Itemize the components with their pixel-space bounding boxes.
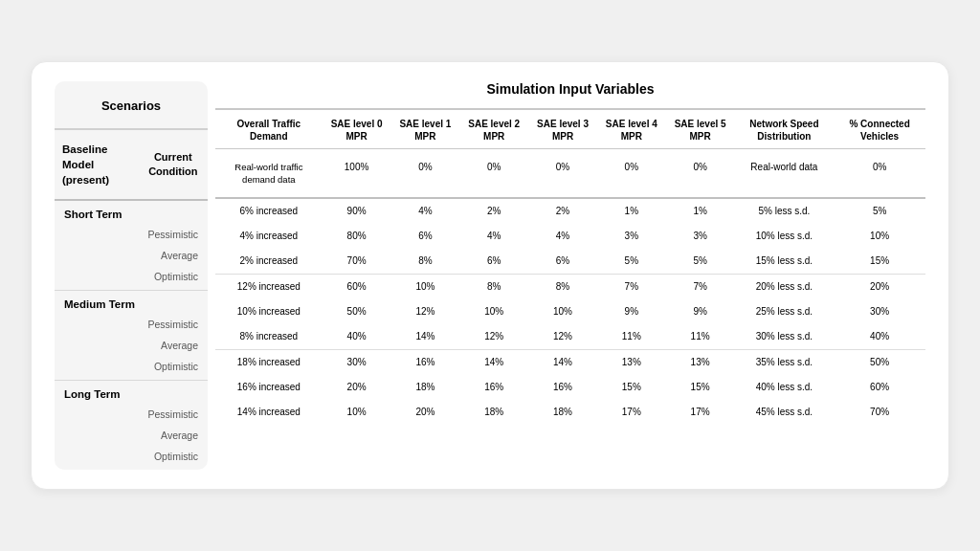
short-term-cell-2-5: 5% bbox=[597, 253, 666, 270]
medium-term-cell-2-7: 30% less s.d. bbox=[735, 328, 835, 345]
medium-term-pessimistic: Pessimistic bbox=[55, 314, 208, 335]
short-term-cell-0-4: 2% bbox=[528, 203, 597, 220]
short-term-cell-2-2: 8% bbox=[391, 253, 460, 270]
short-term-cell-1-4: 4% bbox=[528, 228, 597, 245]
short-term-row-2: 2% increased70%8%6%6%5%5%15% less s.d.15… bbox=[215, 249, 925, 274]
medium-term-cell-1-5: 9% bbox=[597, 303, 666, 320]
short-term-cell-0-3: 2% bbox=[459, 203, 528, 220]
long-term-cell-1-8: 60% bbox=[834, 379, 925, 396]
short-term-cell-2-0: 2% increased bbox=[215, 253, 323, 270]
long-term-cell-0-4: 14% bbox=[528, 354, 597, 371]
short-term-label: Short Term bbox=[55, 201, 208, 224]
long-term-cell-2-8: 70% bbox=[834, 404, 925, 421]
long-term-average: Average bbox=[55, 425, 208, 446]
long-term-cell-2-5: 17% bbox=[597, 404, 666, 421]
medium-term-group: Medium Term Pessimistic Average Optimist… bbox=[55, 291, 208, 381]
long-term-cell-1-3: 16% bbox=[459, 379, 528, 396]
col-header-4: SAE level 3 MPR bbox=[528, 118, 597, 143]
medium-term-cell-1-7: 25% less s.d. bbox=[735, 303, 835, 320]
medium-term-cell-2-5: 11% bbox=[597, 328, 666, 345]
long-term-cell-2-2: 20% bbox=[391, 404, 460, 421]
short-term-cell-2-3: 6% bbox=[459, 253, 528, 270]
medium-term-cell-0-8: 20% bbox=[834, 278, 925, 296]
short-term-cell-2-4: 6% bbox=[528, 253, 597, 270]
long-term-pessimistic: Pessimistic bbox=[55, 404, 208, 425]
long-term-optimistic: Optimistic bbox=[55, 446, 208, 470]
col-header-5: SAE level 4 MPR bbox=[597, 118, 666, 143]
long-term-cell-0-3: 14% bbox=[459, 354, 528, 371]
short-term-cell-0-1: 90% bbox=[323, 203, 391, 220]
short-term-cell-1-1: 80% bbox=[323, 228, 391, 245]
short-term-cell-2-1: 70% bbox=[323, 253, 391, 270]
long-term-cell-1-0: 16% increased bbox=[215, 379, 323, 396]
long-term-cell-1-1: 20% bbox=[323, 379, 391, 396]
medium-term-cell-1-4: 10% bbox=[528, 303, 597, 320]
baseline-cell-0: Real-world traffic demand data bbox=[215, 159, 323, 188]
long-term-cell-2-6: 17% bbox=[666, 404, 735, 421]
long-term-cell-0-6: 13% bbox=[666, 354, 735, 371]
short-term-cell-1-5: 3% bbox=[597, 228, 666, 245]
col-header-2: SAE level 1 MPR bbox=[391, 118, 460, 143]
baseline-data-section: Real-world traffic demand data100%0%0%0%… bbox=[215, 149, 925, 200]
long-term-cell-0-2: 16% bbox=[391, 354, 460, 371]
scenarios-header: Scenarios bbox=[55, 81, 208, 130]
short-term-group: Short Term Pessimistic Average Optimisti… bbox=[55, 201, 208, 291]
medium-term-cell-2-1: 40% bbox=[323, 328, 391, 345]
long-term-cell-1-2: 18% bbox=[391, 379, 460, 396]
medium-term-cell-1-6: 9% bbox=[666, 303, 735, 320]
medium-term-cell-0-3: 8% bbox=[459, 278, 528, 296]
medium-term-cell-1-3: 10% bbox=[459, 303, 528, 320]
baseline-cell-3: 0% bbox=[459, 159, 528, 188]
short-term-cell-2-8: 15% bbox=[834, 253, 925, 270]
col-header-6: SAE level 5 MPR bbox=[666, 118, 735, 143]
col-header-8: % Connected Vehicles bbox=[834, 118, 925, 143]
baseline-cell-7: Real-world data bbox=[735, 159, 835, 188]
medium-term-cell-0-1: 60% bbox=[323, 278, 391, 296]
scenarios-panel: Scenarios Baseline Model (present) Curre… bbox=[55, 81, 208, 470]
baseline-cell-5: 0% bbox=[597, 159, 666, 188]
long-term-cell-0-1: 30% bbox=[323, 354, 391, 371]
medium-term-row-2: 8% increased40%14%12%12%11%11%30% less s… bbox=[215, 324, 925, 349]
medium-term-cell-1-0: 10% increased bbox=[215, 303, 323, 320]
long-term-cell-1-4: 16% bbox=[528, 379, 597, 396]
short-term-cell-0-2: 4% bbox=[391, 203, 460, 220]
medium-term-cell-1-8: 30% bbox=[834, 303, 925, 320]
long-term-group: Long Term Pessimistic Average Optimistic bbox=[55, 381, 208, 470]
short-term-cell-1-8: 10% bbox=[834, 228, 925, 245]
medium-term-cell-2-2: 14% bbox=[391, 328, 460, 345]
medium-term-data-section: 12% increased60%10%8%8%7%7%20% less s.d.… bbox=[215, 275, 925, 350]
baseline-label-left: Baseline Model (present) bbox=[62, 142, 141, 187]
medium-term-cell-2-6: 11% bbox=[666, 328, 735, 345]
col-header-7: Network Speed Distribution bbox=[735, 118, 835, 143]
long-term-cell-0-8: 50% bbox=[834, 354, 925, 371]
long-term-label: Long Term bbox=[55, 381, 208, 404]
medium-term-cell-0-4: 8% bbox=[528, 278, 597, 296]
baseline-cell-6: 0% bbox=[666, 159, 735, 188]
long-term-cell-1-5: 15% bbox=[597, 379, 666, 396]
medium-term-cell-2-0: 8% increased bbox=[215, 328, 323, 345]
short-term-row-0: 6% increased90%4%2%2%1%1%5% less s.d.5% bbox=[215, 199, 925, 224]
short-term-cell-0-8: 5% bbox=[834, 203, 925, 220]
short-term-cell-0-6: 1% bbox=[666, 203, 735, 220]
table-wrapper: Scenarios Baseline Model (present) Curre… bbox=[55, 81, 925, 470]
medium-term-cell-0-5: 7% bbox=[597, 278, 666, 296]
medium-term-cell-0-7: 20% less s.d. bbox=[735, 278, 835, 296]
long-term-row-1: 16% increased20%18%16%16%15%15%40% less … bbox=[215, 375, 925, 400]
medium-term-cell-2-3: 12% bbox=[459, 328, 528, 345]
baseline-data-row: Real-world traffic demand data100%0%0%0%… bbox=[215, 149, 925, 198]
long-term-cell-2-4: 18% bbox=[528, 404, 597, 421]
long-term-row-0: 18% increased30%16%14%14%13%13%35% less … bbox=[215, 350, 925, 375]
short-term-cell-1-0: 4% increased bbox=[215, 228, 323, 245]
short-term-cell-2-6: 5% bbox=[666, 253, 735, 270]
long-term-cell-0-0: 18% increased bbox=[215, 354, 323, 371]
medium-term-average: Average bbox=[55, 335, 208, 356]
medium-term-cell-1-2: 12% bbox=[391, 303, 460, 320]
long-term-cell-1-6: 15% bbox=[666, 379, 735, 396]
col-header-1: SAE level 0 MPR bbox=[323, 118, 391, 143]
col-headers-row: Overall Traffic DemandSAE level 0 MPRSAE… bbox=[215, 110, 925, 149]
short-term-cell-1-6: 3% bbox=[666, 228, 735, 245]
short-term-cell-1-3: 4% bbox=[459, 228, 528, 245]
long-term-cell-0-5: 13% bbox=[597, 354, 666, 371]
medium-term-cell-2-8: 40% bbox=[834, 328, 925, 345]
medium-term-row-1: 10% increased50%12%10%10%9%9%25% less s.… bbox=[215, 299, 925, 324]
